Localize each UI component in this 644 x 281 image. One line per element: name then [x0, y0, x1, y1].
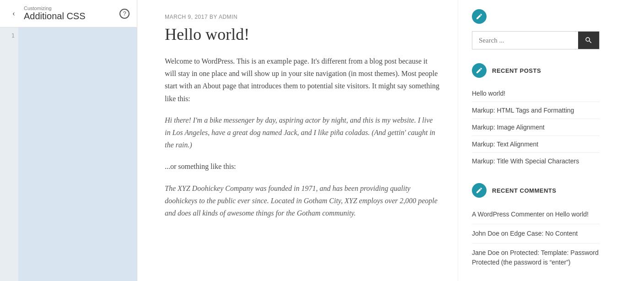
search-title-row — [472, 9, 600, 24]
post-link-3[interactable]: Markup: Image Alignment — [472, 124, 545, 131]
post-body: Welcome to WordPress. This is an example… — [165, 55, 439, 219]
customizer-label: Customizing — [24, 5, 119, 11]
post-link-1[interactable]: Hello world! — [472, 90, 505, 97]
search-icon — [584, 36, 593, 44]
post-paragraph-3: ...or something like this: — [165, 160, 439, 173]
customizer-panel: ‹ Customizing Additional CSS ? 1 — [0, 0, 137, 281]
customizer-title-group: Customizing Additional CSS — [24, 5, 119, 22]
customizer-title: Additional CSS — [24, 11, 119, 22]
line-numbers: 1 — [0, 27, 18, 281]
post-link-2[interactable]: Markup: HTML Tags and Formatting — [472, 107, 574, 114]
recent-comments-title-row: Recent Comments — [472, 183, 600, 198]
recent-comments-icon — [472, 183, 487, 198]
article-area: March 9, 2017 by Admin Hello world! Welc… — [137, 0, 458, 281]
list-item: Markup: Title With Special Characters — [472, 153, 600, 169]
post-title: Hello world! — [165, 25, 439, 44]
customizer-header: ‹ Customizing Additional CSS ? — [0, 0, 137, 27]
list-item: Markup: HTML Tags and Formatting — [472, 102, 600, 119]
recent-comments-list: A WordPress Commenter on Hello world! Jo… — [472, 205, 600, 272]
back-button[interactable]: ‹ — [7, 7, 20, 20]
list-item: A WordPress Commenter on Hello world! — [472, 205, 600, 224]
sidebar: Recent Posts Hello world! Markup: HTML T… — [458, 0, 613, 281]
pencil-icon — [476, 13, 483, 20]
list-item: Jane Doe on Protected: Template: Passwor… — [472, 243, 600, 272]
search-widget-icon — [472, 9, 487, 24]
main-content: March 9, 2017 by Admin Hello world! Welc… — [137, 0, 644, 281]
css-editor[interactable]: 1 — [0, 27, 137, 281]
search-form — [472, 31, 600, 49]
recent-comments-widget: Recent Comments A WordPress Commenter on… — [472, 183, 600, 272]
post-paragraph-2: Hi there! I'm a bike messenger by day, a… — [165, 114, 439, 151]
pencil-icon-2 — [476, 67, 483, 74]
recent-posts-list: Hello world! Markup: HTML Tags and Forma… — [472, 85, 600, 169]
editor-content[interactable] — [18, 27, 137, 281]
post-link-5[interactable]: Markup: Title With Special Characters — [472, 157, 579, 165]
help-button[interactable]: ? — [119, 9, 130, 19]
recent-posts-title: Recent Posts — [492, 67, 541, 74]
post-meta: March 9, 2017 by Admin — [165, 14, 439, 20]
recent-posts-widget: Recent Posts Hello world! Markup: HTML T… — [472, 63, 600, 169]
list-item: Markup: Image Alignment — [472, 119, 600, 136]
post-link-4[interactable]: Markup: Text Alignment — [472, 140, 538, 148]
post-paragraph-4: The XYZ Doohickey Company was founded in… — [165, 182, 439, 220]
list-item: Markup: Text Alignment — [472, 136, 600, 153]
recent-posts-icon — [472, 63, 487, 78]
post-paragraph-1: Welcome to WordPress. This is an example… — [165, 55, 439, 105]
recent-posts-title-row: Recent Posts — [472, 63, 600, 78]
line-number-1: 1 — [0, 31, 18, 40]
list-item: Hello world! — [472, 85, 600, 102]
search-widget — [472, 9, 600, 49]
recent-comments-title: Recent Comments — [492, 187, 556, 194]
search-button[interactable] — [578, 32, 599, 49]
pencil-icon-3 — [476, 187, 483, 194]
list-item: John Doe on Edge Case: No Content — [472, 224, 600, 243]
search-input[interactable] — [472, 32, 578, 49]
